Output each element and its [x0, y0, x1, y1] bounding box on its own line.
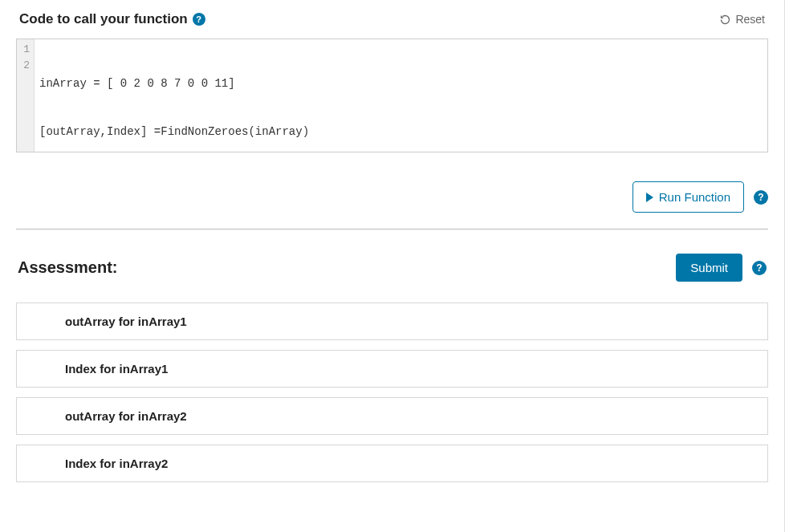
- help-icon[interactable]: ?: [193, 13, 205, 26]
- assessment-item[interactable]: Index for inArray2: [16, 445, 768, 482]
- assessment-list: outArray for inArray1 Index for inArray1…: [16, 303, 768, 482]
- reset-icon: [719, 14, 731, 26]
- code-line: inArray = [ 0 2 0 8 7 0 0 11]: [39, 75, 763, 91]
- line-number: 1: [23, 43, 30, 59]
- code-section-title: Code to call your function: [19, 11, 188, 27]
- play-icon: [646, 193, 653, 202]
- assessment-item[interactable]: Index for inArray1: [16, 350, 768, 388]
- run-function-button[interactable]: Run Function: [632, 181, 744, 213]
- run-function-label: Run Function: [659, 190, 730, 204]
- code-section-title-wrap: Code to call your function ?: [19, 11, 205, 27]
- code-editor[interactable]: 1 2 inArray = [ 0 2 0 8 7 0 0 11] [outAr…: [16, 39, 768, 152]
- code-content[interactable]: inArray = [ 0 2 0 8 7 0 0 11] [outArray,…: [35, 39, 767, 152]
- reset-label: Reset: [735, 13, 765, 26]
- run-row: Run Function ?: [16, 181, 768, 213]
- code-gutter: 1 2: [17, 39, 35, 152]
- reset-button[interactable]: Reset: [719, 13, 765, 26]
- code-section-header: Code to call your function ? Reset: [16, 11, 768, 27]
- submit-group: Submit ?: [676, 254, 767, 282]
- code-line: [outArray,Index] =FindNonZeroes(inArray): [39, 124, 763, 140]
- help-icon[interactable]: ?: [754, 190, 768, 205]
- submit-button[interactable]: Submit: [676, 254, 742, 282]
- assessment-title: Assessment:: [18, 258, 118, 277]
- line-number: 2: [23, 59, 30, 75]
- section-divider: [16, 229, 768, 229]
- assessment-item[interactable]: outArray for inArray1: [16, 303, 768, 340]
- assessment-item[interactable]: outArray for inArray2: [16, 397, 768, 435]
- help-icon[interactable]: ?: [752, 261, 767, 275]
- assessment-header: Assessment: Submit ?: [16, 254, 768, 282]
